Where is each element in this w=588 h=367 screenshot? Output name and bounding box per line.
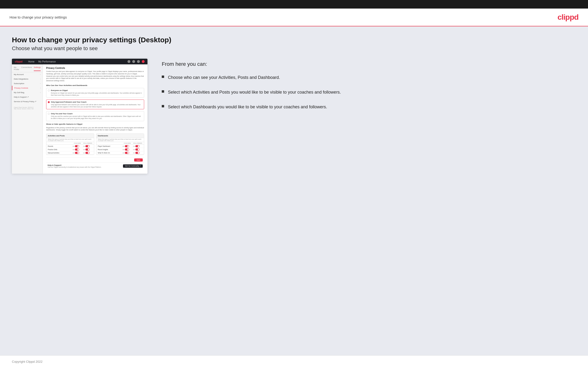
mockup-sidebar-my-account: My Account ›	[12, 72, 43, 77]
mockup-nav: clippd Home My Performance	[12, 59, 147, 64]
mockup-sidebar-tabs: My Profile Connections Settings	[12, 66, 43, 72]
screenshot-mockup: clippd Home My Performance My Profile Co…	[12, 59, 147, 174]
bullet-list: Choose who can see your Activities, Post…	[162, 74, 576, 110]
mockup-activities-header: Activities and Posts	[46, 134, 94, 138]
mockup-logo: clippd	[15, 60, 22, 63]
mockup-row-round-insights: Round Insights ON ON	[96, 148, 144, 151]
mockup-radio-dot-everyone	[48, 90, 50, 92]
mockup-radio-label-only-you: Only You and Your Coach	[51, 113, 142, 115]
mockup-radio-desc-only-you: Only you and the coaches you connect wit…	[51, 115, 142, 119]
mockup-tab-profile: My Profile	[14, 66, 19, 71]
mockup-save-row: Save	[46, 157, 144, 162]
toggle-player-coaches	[125, 145, 129, 147]
mockup-privacy-desc: Control how you and your data appears to…	[46, 70, 144, 82]
bullet-square-1	[162, 75, 164, 78]
mockup-sidebar: My Profile Connections Settings My Accou…	[12, 64, 43, 174]
mockup-activities-cols: COACHES FOLLOWERS	[46, 142, 94, 145]
mockup-row-rounds: Rounds ON ON	[46, 145, 94, 148]
mockup-radio-desc-followers: Only approved followers and coaches you …	[51, 104, 142, 108]
mockup-radio-group: Everyone on Clippd Everyone on Clippd ca…	[46, 88, 144, 121]
mockup-chevron-account: ›	[40, 74, 41, 75]
mockup-activities-table: Activities and Posts Select the types of…	[46, 133, 94, 155]
toggle-manual-coaches	[75, 152, 79, 154]
mockup-sidebar-golf-bag: My Golf Bag ›	[12, 90, 43, 95]
mockup-radio-everyone: Everyone on Clippd Everyone on Clippd ca…	[46, 88, 144, 98]
mockup-who-can-see-title: Who Can See Your Activities and Dashboar…	[46, 84, 144, 86]
bullet-text-1: Choose who can see your Activities, Post…	[168, 74, 280, 81]
mockup-row-practice: Practice Drills ON ON	[46, 148, 94, 151]
from-here-title: From here you can:	[162, 61, 576, 67]
toggle-insights-coaches	[125, 149, 129, 150]
mockup-dashboards-header: Dashboards	[96, 134, 144, 138]
mockup-nav-right	[128, 60, 145, 63]
bullet-item-1: Choose who can see your Activities, Post…	[162, 74, 576, 81]
header: How to change your privacy settings clip…	[0, 8, 588, 26]
mockup-help-row: Help & Support Visit our Clippd communit…	[46, 162, 144, 169]
right-panel: From here you can: Choose who can see yo…	[162, 59, 576, 118]
bullet-text-3: Select which Dashboards you would like t…	[168, 104, 327, 110]
page-heading: How to change your privacy settings (Des…	[12, 36, 576, 44]
toggle-rounds-coaches	[75, 145, 79, 147]
mockup-bell-icon	[137, 60, 140, 63]
mockup-search-icon	[128, 60, 130, 63]
toggle-insights-followers	[135, 149, 140, 150]
mockup-dashboards-subheader: Select the types of activity that you'd …	[96, 138, 144, 142]
mockup-save-button[interactable]: Save	[134, 158, 143, 161]
mockup-chevron-data: ›	[40, 78, 41, 80]
mockup-activities-subheader: Select the types of activity that you'd …	[46, 138, 94, 142]
logo: clippd	[558, 13, 579, 22]
footer-copyright: Copyright Clippd 2022	[12, 360, 43, 363]
mockup-sidebar-subscription: Subscription ›	[12, 81, 43, 86]
bullet-square-3	[162, 105, 164, 107]
mockup-dashboards-cols: COACHES FOLLOWERS	[96, 142, 144, 145]
mockup-radio-followers: Only Approved Followers and Your Coach O…	[46, 100, 144, 109]
toggle-work-coaches	[125, 152, 129, 154]
mockup-radio-label-everyone: Everyone on Clippd	[51, 89, 142, 92]
mockup-radio-dot-followers	[48, 101, 50, 103]
mockup-avatar	[142, 60, 145, 63]
toggle-work-followers	[135, 152, 140, 154]
mockup-help-desc: Visit our Clippd community to troublesho…	[48, 166, 101, 168]
mockup-help-title: Help & Support	[48, 164, 101, 166]
mockup-main-panel: Privacy Controls Control how you and you…	[43, 64, 147, 174]
mockup-nav-home: Home	[28, 60, 35, 63]
footer: Copyright Clippd 2022	[0, 355, 588, 367]
mockup-chevron-subscription: ›	[40, 83, 41, 84]
bullet-square-2	[162, 90, 164, 93]
content-row: clippd Home My Performance My Profile Co…	[12, 59, 576, 174]
mockup-row-player-dashboard: Player Dashboard ON ON	[96, 145, 144, 148]
toggle-practice-followers	[85, 149, 90, 150]
mockup-radio-only-you: Only You and Your Coach Only you and the…	[46, 111, 144, 121]
mockup-nav-performance: My Performance	[38, 60, 56, 63]
mockup-tab-connections: Connections	[21, 66, 32, 71]
mockup-grid-icon	[132, 60, 135, 63]
mockup-row-manual: Manual Activities ON ON	[46, 151, 94, 155]
mockup-tab-settings: Settings	[34, 66, 41, 71]
mockup-dashboards-table: Dashboards Select the types of activity …	[96, 133, 144, 155]
page-subheading: Choose what you want people to see	[12, 45, 576, 51]
mockup-show-hide-title: Show or hide specific features in Clippd	[46, 123, 144, 125]
toggle-player-followers	[135, 145, 140, 147]
top-bar	[0, 0, 588, 8]
mockup-privacy-title: Privacy Controls	[46, 67, 144, 69]
mockup-row-what-to-work: What To Work On ON ON	[96, 151, 144, 155]
bullet-item-3: Select which Dashboards you would like t…	[162, 104, 576, 110]
mockup-body: My Profile Connections Settings My Accou…	[12, 64, 147, 174]
bullet-text-2: Select which Activities and Posts you wo…	[168, 89, 341, 95]
mockup-version: Clippd Client Version: 2022.8.2SQL Serve…	[12, 106, 43, 110]
mockup-chevron-golf: ›	[40, 92, 41, 93]
header-title: How to change your privacy settings	[9, 15, 67, 19]
mockup-sidebar-service: Service & Privacy Policy ↗	[12, 99, 43, 104]
mockup-toggle-row: Activities and Posts Select the types of…	[46, 133, 144, 155]
main-content: How to change your privacy settings (Des…	[0, 26, 588, 355]
mockup-sidebar-privacy: Privacy Controls ›	[12, 86, 43, 90]
mockup-community-button[interactable]: Visit Our Community ↗	[123, 164, 143, 168]
mockup-sidebar-help: Help & Support ↗	[12, 95, 43, 99]
mockup-radio-desc-everyone: Everyone on Clippd can search for you an…	[51, 92, 142, 96]
mockup-radio-dot-only-you	[48, 113, 50, 115]
mockup-radio-label-followers: Only Approved Followers and Your Coach	[51, 101, 142, 103]
bullet-item-2: Select which Activities and Posts you wo…	[162, 89, 576, 95]
mockup-chevron-privacy: ›	[40, 87, 41, 89]
mockup-show-hide-desc: Regardless of the privacy controls that …	[46, 127, 144, 131]
toggle-manual-followers	[85, 152, 90, 154]
